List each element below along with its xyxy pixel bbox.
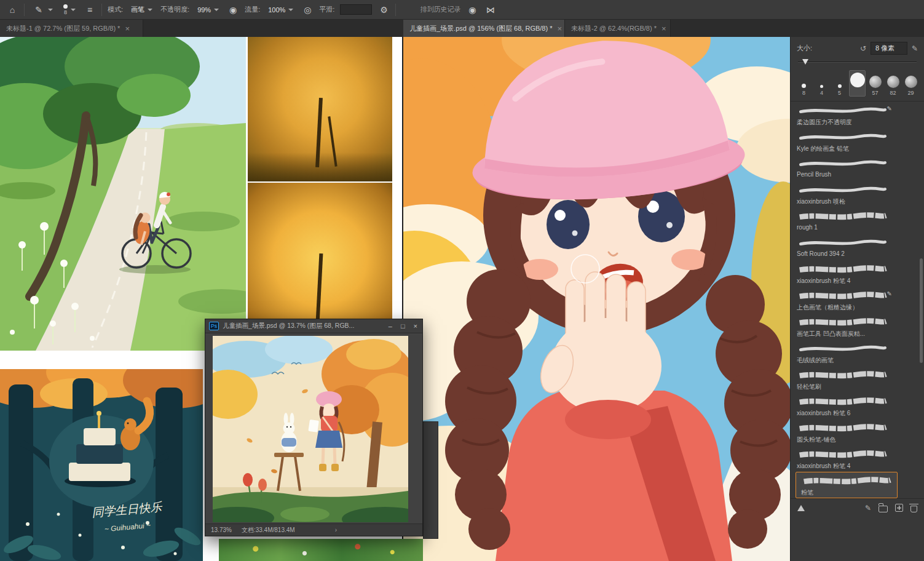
flow-label: 流量:	[245, 5, 260, 14]
maximize-button[interactable]: □	[401, 322, 405, 330]
brush-preset-selected[interactable]	[849, 70, 866, 97]
brush-settings-icon[interactable]: ✎	[912, 44, 918, 53]
brush-stroke-preview	[797, 289, 889, 303]
tab-label: 未标题-1 @ 72.7% (图层 59, RGB/8) *	[6, 24, 120, 33]
chevron-down-icon	[148, 9, 152, 11]
zoom-level[interactable]: 13.73%	[211, 527, 232, 533]
tree-trunk	[315, 98, 323, 167]
close-button[interactable]: ×	[414, 322, 417, 330]
brush-stroke-preview	[797, 263, 889, 276]
brush-stroke-preview	[797, 316, 889, 329]
brush-item-label: 毛绒绒的画笔	[797, 356, 918, 365]
brush-item[interactable]: xiaoxinbrush 粉笔 6	[791, 392, 924, 419]
brush-item[interactable]: 画笔工具 凹凸表面炭精...	[791, 313, 924, 340]
brush-item[interactable]: Pencil Brush	[791, 154, 924, 181]
size-value: 8 像素	[875, 44, 894, 52]
brush-item[interactable]: Soft Round 394 2	[791, 234, 924, 260]
tab-untitled-2[interactable]: 未标题-2 @ 62.4%(RGB/8) * ×	[565, 20, 671, 37]
brush-angle-icon[interactable]	[797, 505, 805, 511]
brush-tip-icon	[820, 85, 823, 88]
main-canvas-artwork-girl[interactable]	[403, 37, 790, 561]
opacity-dropdown[interactable]: 99%	[195, 5, 221, 15]
create-group-icon[interactable]	[879, 506, 888, 512]
brush-item[interactable]: 圆头粉笔-铺色	[791, 419, 924, 445]
brush-stroke-preview	[797, 236, 889, 250]
brush-preset[interactable]: 82	[885, 74, 901, 97]
tree-trunk	[328, 116, 338, 167]
brush-preset[interactable]: 57	[867, 74, 883, 97]
pressure-opacity-icon[interactable]: ◉	[227, 6, 239, 14]
home-icon[interactable]: ⌂	[6, 6, 18, 14]
brush-item[interactable]: rough 1	[791, 207, 924, 234]
brush-preset-picker[interactable]: 8	[61, 3, 78, 17]
brush-item-label: Pencil Brush	[797, 171, 918, 178]
brush-preset[interactable]: 8	[796, 82, 812, 97]
flow-dropdown[interactable]: 100%	[266, 5, 296, 15]
brush-size-slider[interactable]	[798, 57, 917, 66]
paint-to-history-label: 排到历史记录	[420, 5, 460, 14]
brush-item[interactable]: Kyle 的绘画盒 铅笔	[791, 128, 924, 154]
brush-item[interactable]: 毛绒绒的画笔	[791, 340, 924, 366]
window-canvas-area[interactable]	[205, 334, 422, 523]
tab-close-icon[interactable]: ×	[557, 25, 562, 33]
brush-item-label: xiaoxinbrush 粉笔 4	[797, 277, 918, 285]
size-value-box[interactable]: 8 像素	[871, 42, 907, 55]
background-document-strip[interactable]	[219, 539, 423, 561]
brush-item[interactable]: xiaoxinbrush 粉笔 4	[791, 445, 924, 472]
brush-item-selected[interactable]: 粉笔	[796, 472, 898, 498]
brush-panel-footer: ✎	[791, 498, 924, 517]
brush-stroke-preview	[797, 368, 889, 382]
toggle-live-tip-icon[interactable]: ✎	[865, 504, 871, 512]
brush-preset[interactable]: 5	[831, 82, 848, 97]
new-brush-icon[interactable]	[895, 504, 903, 512]
preset-size: 57	[872, 90, 878, 96]
brush-stroke-preview	[797, 130, 889, 144]
status-chevron-icon[interactable]: ›	[335, 527, 417, 533]
brush-item-label: Kyle 的绘画盒 铅笔	[797, 145, 918, 153]
scrollbar-thumb[interactable]	[920, 258, 923, 363]
floating-canvas-artwork-scene[interactable]	[213, 336, 408, 522]
tab-untitled-1[interactable]: 未标题-1 @ 72.7% (图层 59, RGB/8) * ×	[0, 20, 143, 37]
brush-tip-icon	[63, 4, 68, 9]
opacity-value: 99%	[197, 6, 211, 14]
pressure-size-icon[interactable]: ◉	[466, 6, 478, 14]
reset-size-icon[interactable]: ↺	[860, 44, 866, 53]
brush-size-readout: 8	[64, 10, 67, 15]
brush-preset[interactable]: 4	[813, 83, 830, 97]
smoothing-gear-icon[interactable]: ⚙	[377, 6, 390, 14]
slider-track[interactable]	[798, 62, 917, 63]
background-window-edge[interactable]	[423, 421, 438, 539]
brushes-panel: 画笔 » ≡ 大小: ↺ 8 像素 ✎ 8 4 5	[790, 20, 924, 561]
separator	[24, 4, 25, 16]
floating-document-window[interactable]: Ps 儿童插画_场景.psd @ 13.7% (图层 68, RGB... – …	[205, 319, 423, 536]
flow-value: 100%	[268, 6, 285, 14]
brush-item[interactable]: xiaoxinbrush 喷枪	[791, 181, 924, 207]
smoothing-input[interactable]	[340, 4, 372, 15]
tab-close-icon[interactable]: ×	[125, 25, 130, 33]
mode-dropdown[interactable]: 画笔	[128, 4, 155, 15]
tab-close-icon[interactable]: ×	[661, 25, 666, 33]
brush-item[interactable]: ✎ 上色画笔（粗糙边缘）	[791, 287, 924, 313]
brush-item[interactable]: 轻松笔刷	[791, 366, 924, 392]
window-titlebar[interactable]: Ps 儿童插画_场景.psd @ 13.7% (图层 68, RGB... – …	[205, 319, 422, 333]
brush-item[interactable]: xiaoxinbrush 粉笔 4	[791, 260, 924, 287]
delete-brush-icon[interactable]	[910, 506, 917, 512]
preset-size: 29	[907, 90, 914, 96]
tab-scene-psd[interactable]: 儿童插画_场景.psd @ 156% (图层 68, RGB/8) * ×	[403, 20, 565, 37]
airbrush-icon[interactable]: ◎	[301, 6, 314, 14]
document-canvas-main[interactable]	[403, 37, 790, 561]
brush-size-row: 大小: ↺ 8 像素 ✎	[791, 36, 924, 57]
tab-label: 儿童插画_场景.psd @ 156% (图层 68, RGB/8) *	[409, 24, 552, 33]
slider-thumb[interactable]	[802, 59, 808, 65]
brush-preset[interactable]: 29	[902, 74, 919, 97]
brush-item[interactable]: ✎ 柔边圆压力不透明度	[791, 101, 924, 128]
tab-label: 未标题-2 @ 62.4%(RGB/8) *	[571, 24, 657, 33]
brush-stroke-preview	[797, 104, 889, 117]
brush-tip-icon	[887, 76, 899, 88]
toggle-brush-settings-panel-icon[interactable]: ≡	[84, 6, 96, 14]
minimize-button[interactable]: –	[389, 322, 392, 330]
paint-symmetry-icon[interactable]: ⋈	[484, 6, 496, 14]
tool-preset-picker[interactable]: ✎	[30, 4, 55, 15]
preset-size: 82	[890, 90, 896, 96]
brush-stroke-preview	[797, 157, 889, 170]
